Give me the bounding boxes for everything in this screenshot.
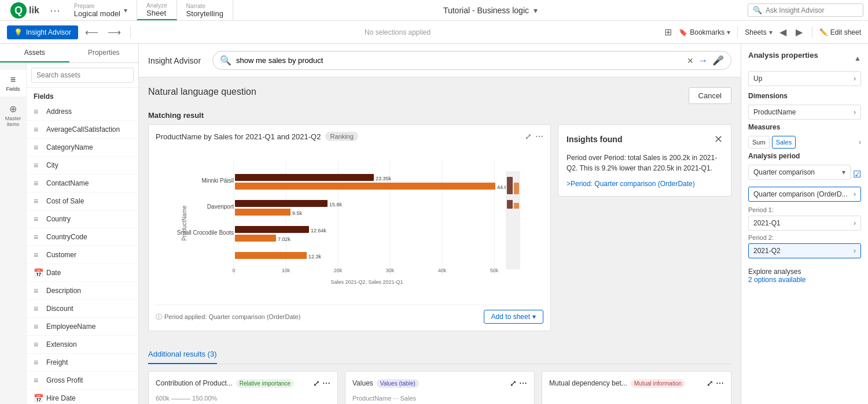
period-sub-dropdown[interactable]: Quarter comparison (OrderD... ›: [748, 187, 861, 202]
ia-clear-icon[interactable]: ✕: [687, 56, 694, 65]
contribution-title: Contribution of Product...: [156, 379, 233, 387]
field-label-discount: Discount: [46, 305, 73, 313]
period2-value-dropdown[interactable]: 2021-Q2 ›: [748, 243, 861, 258]
ia-submit-icon[interactable]: →: [698, 55, 708, 66]
fields-list: Fields ≡ Address ≡ AverageCallSatisfacti…: [27, 63, 138, 404]
insights-period-link[interactable]: >Period: Quarter comparison (OrderDate): [567, 180, 695, 188]
svg-text:20k: 20k: [334, 268, 343, 273]
dimensions-title: Dimensions: [748, 92, 861, 100]
field-text-icon: ≡: [34, 286, 43, 295]
period-dropdown-label: Quarter comparison: [753, 168, 815, 176]
selections-back-icon[interactable]: ⟵: [83, 24, 101, 40]
svg-text:12.3k: 12.3k: [308, 254, 322, 260]
measure-sales-tag[interactable]: Sales: [772, 136, 796, 149]
measure-sum-tag[interactable]: Sum: [748, 136, 770, 149]
contribution-content: 600k ——— 150.00%: [156, 392, 330, 404]
grid-icon[interactable]: ⊞: [662, 24, 674, 40]
ia-title: Insight Advisor: [148, 56, 201, 65]
period1-chevron: ›: [854, 219, 856, 227]
next-sheet-icon[interactable]: ▶: [793, 24, 805, 40]
ask-insight-input[interactable]: [766, 6, 858, 14]
svg-rect-10: [235, 183, 495, 190]
nav-analyze[interactable]: Analyze Sheet: [137, 0, 177, 20]
field-item-extension[interactable]: ≡ Extension: [27, 336, 138, 354]
nav-prepare-small: Prepare: [74, 3, 120, 9]
field-text-icon: ≡: [34, 232, 43, 242]
field-item-city[interactable]: ≡ City: [27, 157, 138, 175]
field-item-country-code[interactable]: ≡ CountryCode: [27, 228, 138, 246]
insights-close-icon[interactable]: ✕: [714, 133, 723, 146]
field-item-hire-date[interactable]: 📅 Hire Date: [27, 390, 138, 404]
tab-assets[interactable]: Assets: [0, 44, 69, 62]
analysis-props-header: Analysis properties ▲: [748, 51, 861, 65]
svg-text:9.5k: 9.5k: [292, 210, 303, 216]
cancel-button[interactable]: Cancel: [689, 87, 731, 104]
search-assets-input[interactable]: [31, 68, 134, 83]
card-expand-icon-3[interactable]: ⤢: [707, 379, 713, 388]
nlq-title: Natural language question: [148, 87, 256, 97]
explore-options-link[interactable]: 2 options available: [748, 276, 806, 284]
sidebar-icons: ≡ Fields ⊕ Master items: [0, 63, 27, 404]
nav-narrate[interactable]: Narrate Storytelling: [177, 0, 233, 20]
tab-properties[interactable]: Properties: [69, 44, 139, 62]
svg-rect-13: [235, 200, 328, 207]
svg-rect-32: [507, 177, 513, 194]
selections-forward-icon[interactable]: ⟶: [105, 24, 123, 40]
ia-search-input[interactable]: [236, 56, 682, 65]
pencil-icon: ✏️: [819, 28, 828, 36]
period1-value-dropdown[interactable]: 2021-Q1 ›: [748, 216, 861, 231]
field-item-category[interactable]: ≡ CategoryName: [27, 139, 138, 157]
card-expand-icon-2[interactable]: ⤢: [510, 379, 517, 388]
nav-analyze-small: Analyze: [146, 2, 167, 9]
field-item-country[interactable]: ≡ Country: [27, 210, 138, 228]
field-item-discount[interactable]: ≡ Discount: [27, 300, 138, 318]
content-wrapper: Natural language question Cancel Matchin…: [139, 77, 741, 404]
chart-expand-icon[interactable]: ⤢: [525, 132, 532, 141]
bar-chart-svg: ProductName Minnki Päisil 23.35k: [156, 148, 543, 298]
card-more-icon[interactable]: ⋯: [322, 379, 330, 388]
dimension-product-name[interactable]: ProductName ›: [748, 105, 861, 120]
field-text-icon: ≡: [34, 125, 43, 134]
field-item-employee[interactable]: ≡ EmployeeName: [27, 318, 138, 336]
field-item-description[interactable]: ≡ Description: [27, 282, 138, 300]
more-options-icon[interactable]: ⋯: [45, 4, 65, 17]
field-item-avg-call[interactable]: ≡ AverageCallSatisfaction: [27, 121, 138, 139]
quarter-comparison-dropdown[interactable]: Quarter comparison ▾: [748, 165, 851, 180]
card-expand-icon[interactable]: ⤢: [313, 379, 320, 388]
sheets-button[interactable]: Sheets ▾: [745, 28, 772, 36]
sidebar-item-fields[interactable]: ≡ Fields: [0, 70, 26, 97]
field-item-gross-profit[interactable]: ≡ Gross Profit: [27, 372, 138, 390]
field-item-date[interactable]: 📅 Date: [27, 264, 138, 282]
card-more-icon-2[interactable]: ⋯: [519, 379, 527, 388]
field-item-contact[interactable]: ≡ ContactName: [27, 175, 138, 192]
prev-sheet-icon[interactable]: ◀: [777, 24, 789, 40]
additional-tab: Additional results (3): [148, 350, 731, 364]
field-item-address[interactable]: ≡ Address: [27, 103, 138, 121]
app-title-chevron[interactable]: ▾: [534, 6, 538, 15]
field-item-cost-of-sale[interactable]: ≡ Cost of Sale: [27, 192, 138, 210]
insight-advisor-button[interactable]: 💡 Insight Advisor: [7, 25, 78, 39]
field-item-freight[interactable]: ≡ Freight: [27, 354, 138, 372]
mini-card-contribution-header: Contribution of Product... Relative impo…: [156, 379, 330, 388]
ia-search-box[interactable]: 🔍 ✕ → 🎤: [212, 51, 731, 70]
add-to-sheet-button[interactable]: Add to sheet ▾: [484, 310, 543, 324]
period-checkbox[interactable]: ☑: [853, 169, 861, 180]
chart-more-icon[interactable]: ⋯: [535, 132, 543, 141]
period-info: ⓘ Period applied: Quarter comparison (Or…: [156, 313, 300, 321]
analysis-period-title: Analysis period: [748, 152, 861, 160]
ask-insight-search[interactable]: 🔍: [748, 3, 863, 17]
bookmarks-button[interactable]: 🔖 Bookmarks ▾: [679, 28, 730, 36]
edit-sheet-button[interactable]: ✏️ Edit sheet: [819, 28, 861, 36]
ia-mic-icon[interactable]: 🎤: [712, 55, 724, 66]
qlik-logo[interactable]: Q lik: [5, 2, 45, 18]
right-panel-scroll-up[interactable]: ▲: [854, 54, 861, 62]
additional-results: Additional results (3) Contribution of P…: [148, 350, 731, 404]
nav-prepare[interactable]: Prepare Logical model ▾: [65, 0, 137, 20]
analysis-up-dropdown[interactable]: Up ›: [748, 71, 861, 86]
matching-result-label: Matching result: [148, 111, 731, 120]
chart-footer: ⓘ Period applied: Quarter comparison (Or…: [156, 305, 543, 324]
field-item-customer[interactable]: ≡ Customer: [27, 246, 138, 264]
card-more-icon-3[interactable]: ⋯: [716, 379, 724, 388]
sidebar-item-master-items[interactable]: ⊕ Master items: [0, 99, 26, 132]
additional-results-tab[interactable]: Additional results (3): [148, 350, 217, 364]
